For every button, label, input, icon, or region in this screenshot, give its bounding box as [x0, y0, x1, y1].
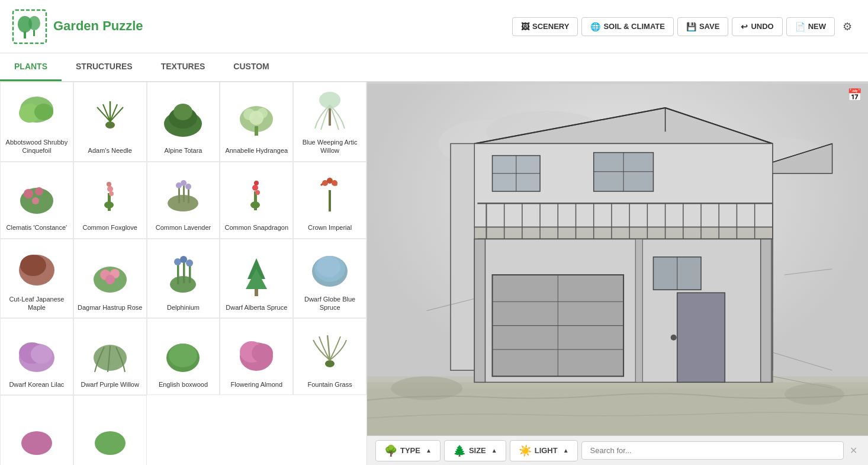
plant-name-common-snapdragon: Common Snapdragon	[224, 223, 288, 232]
plant-item-delphinium[interactable]: Delphinium	[147, 239, 220, 319]
tab-textures[interactable]: TEXTURES	[147, 53, 220, 81]
svg-rect-57	[183, 261, 185, 283]
svg-point-60	[180, 256, 187, 263]
plant-img-adams-needle	[86, 95, 134, 143]
plant-item-blue-weeping[interactable]: Blue Weeping Artic Willow	[293, 82, 367, 162]
plant-item-alpine-totara[interactable]: Alpine Totara	[147, 82, 220, 162]
plant-item-common-snapdragon[interactable]: Common Snapdragon	[220, 162, 293, 239]
plant-img-dagmar-rose	[86, 252, 134, 300]
svg-point-73	[169, 344, 197, 367]
plant-item-dagmar-rose[interactable]: Dagmar Hastrup Rose	[73, 239, 147, 319]
search-clear-icon[interactable]: ✕	[847, 442, 860, 458]
undo-label: UNDO	[751, 22, 773, 31]
svg-point-42	[252, 185, 258, 191]
scenery-button[interactable]: 🖼 SCENERY	[512, 17, 578, 36]
header: Garden Puzzle 🖼 SCENERY 🌐 SOIL & CLIMATE…	[0, 0, 868, 53]
plant-img-flowering-almond	[233, 329, 280, 377]
header-actions: 🖼 SCENERY 🌐 SOIL & CLIMATE 💾 SAVE ↩ UNDO…	[512, 16, 856, 37]
calendar-icon[interactable]: 📅	[847, 88, 862, 102]
plant-img-alpine-totara	[159, 95, 207, 143]
house-svg	[367, 82, 868, 465]
new-icon: 📄	[795, 22, 805, 31]
svg-point-67	[317, 256, 340, 277]
type-arrow-icon: ▲	[426, 447, 432, 454]
svg-point-16	[173, 104, 192, 120]
plant-item-flowering-almond[interactable]: Flowering Almond	[220, 318, 293, 395]
undo-button[interactable]: ↩ UNDO	[732, 17, 782, 36]
plant-name-flowering-almond: Flowering Almond	[231, 380, 282, 389]
tab-custom[interactable]: CUSTOM	[219, 53, 283, 81]
svg-point-32	[109, 191, 114, 196]
plant-item-common-foxglove[interactable]: Common Foxglove	[73, 162, 147, 239]
plant-item-adams-needle[interactable]: Adam's Needle	[73, 82, 147, 162]
new-label: NEW	[808, 22, 826, 31]
plant-name-abbotswood: Abbotswood Shrubby Cinquefoil	[3, 138, 70, 155]
plant-name-dagmar-rose: Dagmar Hastrup Rose	[78, 303, 142, 312]
save-label: SAVE	[699, 22, 719, 31]
light-filter[interactable]: ☀️ LIGHT ▲	[510, 440, 578, 461]
svg-rect-56	[177, 263, 179, 284]
plant-img-common-foxglove	[86, 172, 134, 220]
plant-name-blue-weeping: Blue Weeping Artic Willow	[296, 138, 364, 155]
plant-img-fountain-grass	[306, 329, 353, 377]
tab-plants[interactable]: PLANTS	[0, 53, 62, 81]
svg-rect-126	[677, 293, 725, 382]
settings-button[interactable]: ⚙	[838, 16, 856, 37]
plant-name-cut-leaf-maple: Cut-Leaf Japanese Maple	[3, 295, 70, 312]
plant-item-cut-leaf-maple[interactable]: Cut-Leaf Japanese Maple	[0, 239, 73, 319]
plant-img-common-lavender	[159, 172, 207, 220]
plant-item-abbotswood[interactable]: Abbotswood Shrubby Cinquefoil	[0, 82, 73, 162]
plant-item-dwarf-korean-lilac[interactable]: Dwarf Korean Lilac	[0, 318, 73, 395]
plant-item-fountain-grass[interactable]: Fountain Grass	[293, 318, 367, 395]
plant-item-dwarf-globe-blue[interactable]: Dwarf Globe Blue Spruce	[293, 239, 367, 319]
plant-item-english-boxwood[interactable]: English boxwood	[147, 318, 220, 395]
plant-item-dwarf-alberta-spruce[interactable]: Dwarf Alberta Spruce	[220, 239, 293, 319]
tab-structures[interactable]: STRUCTURES	[62, 53, 147, 81]
plant-name-english-boxwood: English boxwood	[159, 380, 208, 389]
plant-item-annabelle[interactable]: Annabelle Hydrangea	[220, 82, 293, 162]
plant-panel: Abbotswood Shrubby Cinquefoil Adam's Nee…	[0, 82, 367, 465]
size-filter[interactable]: 🌲 SIZE ▲	[444, 440, 506, 461]
size-filter-label: SIZE	[469, 446, 486, 455]
plant-name-fountain-grass: Fountain Grass	[307, 380, 352, 389]
soil-climate-button[interactable]: 🌐 SOIL & CLIMATE	[581, 17, 674, 36]
type-filter[interactable]: 🌳 TYPE ▲	[375, 440, 441, 461]
plant-name-alpine-totara: Alpine Totara	[164, 146, 202, 155]
svg-point-43	[254, 181, 259, 185]
svg-point-48	[332, 180, 337, 186]
logo-icon	[12, 9, 47, 44]
soil-climate-label: SOIL & CLIMATE	[603, 22, 665, 31]
svg-point-54	[105, 275, 115, 284]
plant-item-extra1[interactable]	[0, 395, 73, 465]
svg-rect-132	[635, 239, 642, 383]
plant-item-dwarf-purple-willow[interactable]: Dwarf Purple Willow	[73, 318, 147, 395]
svg-point-78	[21, 431, 52, 455]
svg-point-70	[31, 345, 52, 364]
svg-point-44	[255, 190, 260, 195]
svg-point-41	[250, 201, 260, 209]
plant-item-common-lavender[interactable]: Common Lavender	[147, 162, 220, 239]
plant-img-annabelle	[233, 95, 280, 143]
plant-img-dwarf-korean-lilac	[13, 329, 60, 377]
light-arrow-icon: ▲	[563, 447, 569, 454]
svg-point-61	[186, 259, 193, 267]
svg-rect-100	[474, 227, 773, 239]
svg-rect-64	[255, 289, 258, 296]
plant-img-extra2	[86, 415, 134, 462]
svg-rect-45	[329, 190, 331, 211]
house-sketch	[367, 82, 868, 465]
svg-line-13	[110, 107, 123, 121]
plant-item-clematis[interactable]: Clematis 'Constance'	[0, 162, 73, 239]
plant-img-delphinium	[159, 252, 207, 300]
svg-point-76	[252, 344, 273, 363]
tabs: PLANTS STRUCTURES TEXTURES CUSTOM	[0, 53, 868, 82]
search-input[interactable]	[581, 441, 844, 460]
svg-point-127	[671, 335, 677, 341]
save-button[interactable]: 💾 SAVE	[677, 17, 728, 36]
plant-name-common-foxglove: Common Foxglove	[83, 223, 137, 232]
new-button[interactable]: 📄 NEW	[786, 17, 835, 36]
plant-item-extra2[interactable]	[73, 395, 147, 465]
plant-item-crown-imperial[interactable]: Crown Imperial	[293, 162, 367, 239]
plant-img-abbotswood	[13, 87, 60, 134]
app-title: Garden Puzzle	[53, 18, 143, 34]
